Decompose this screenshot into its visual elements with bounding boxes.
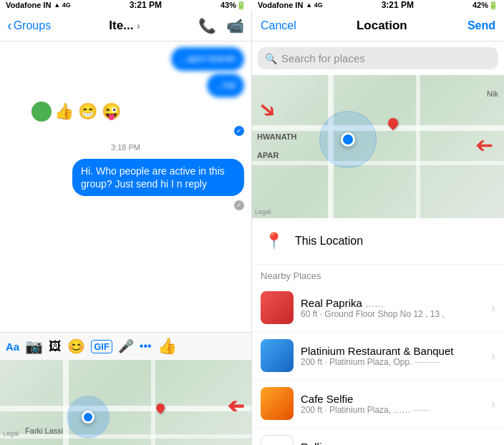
location-list: 📍 This Location Nearby Places Real Papri… <box>252 218 504 445</box>
more-icon[interactable]: ••• <box>140 340 152 353</box>
nearby-places-header: Nearby Places <box>252 265 504 284</box>
messages-area: ...apni istarah ...hai 👍 😁 😜 ✓ 3:18 PM H… <box>0 41 251 332</box>
map-right-background: Nik HWANATH APAR ➔ ➔ <box>252 75 504 218</box>
aa-label: Aa <box>6 341 19 353</box>
legal-text-left: Legal <box>3 430 19 437</box>
message-input-row: Aa 📷 🖼 😊 GIF 🎤 ••• 👍 <box>0 332 251 360</box>
messenger-navbar: ‹ Groups Ite... › 📞 📹 <box>0 10 251 41</box>
sender-avatar <box>32 102 52 122</box>
message-bubble-main: Hi. Who people are active in this group?… <box>72 159 244 196</box>
mic-icon[interactable]: 🎤 <box>118 338 134 354</box>
cafe-selfie-detail: 200 ft · Platinium Plaza, …… —— <box>301 405 484 415</box>
back-label[interactable]: Groups <box>14 19 51 32</box>
gif-icon[interactable]: GIF <box>91 340 112 353</box>
map-background: Farki Lassi ➔ <box>0 360 251 445</box>
read-receipt-2: ✓ <box>234 200 244 210</box>
platinium-name: Platinium Restaurant & Banquet <box>301 345 484 357</box>
selected-location-pin <box>388 118 398 128</box>
video-icon[interactable]: 📹 <box>226 17 244 34</box>
right-status-bar: Vodafone IN ▲ 4G 3:21 PM 42%🔋 <box>252 0 504 10</box>
right-arrow-indicator: ➔ <box>475 132 493 157</box>
cafe-selfie-name: Cafe Selfie <box>301 393 484 405</box>
search-bar[interactable]: 🔍 Search for places <box>258 47 498 69</box>
real-paprika-thumb <box>261 291 294 324</box>
camera-icon[interactable]: 📷 <box>25 338 43 355</box>
left-signal: ▲ 4G <box>54 1 70 9</box>
platinium-info: Platinium Restaurant & Banquet 200 ft · … <box>301 345 484 367</box>
chevron-left-icon: ‹ <box>7 17 12 34</box>
message-bubble-right-2: ...hai <box>207 74 244 97</box>
read-receipt: ✓ <box>234 126 244 136</box>
platinium-detail: 200 ft · Platinium Plaza, Opp. ——— <box>301 357 484 367</box>
location-title: Location <box>296 19 467 33</box>
real-paprika-detail: 60 ft · Ground Floor Shop No 12 , 13 , <box>301 309 484 319</box>
left-status-bar: Vodafone IN ▲ 4G 3:21 PM 43%🔋 <box>0 0 252 10</box>
location-panel: Cancel Location Send 🔍 Search for places… <box>252 10 504 445</box>
this-location-row[interactable]: 📍 This Location <box>252 218 504 265</box>
message-bubble-right: ...apni istarah <box>171 47 244 71</box>
location-pin <box>154 401 166 414</box>
chevron-right-real-paprika: › <box>491 300 495 316</box>
rollies-name: Rollies <box>301 441 484 446</box>
search-placeholder: Search for places <box>281 52 365 64</box>
right-time: 3:21 PM <box>382 0 414 10</box>
left-battery: 43%🔋 <box>220 1 246 10</box>
farki-lassi-label: Farki Lassi <box>25 426 63 435</box>
apar-label: APAR <box>257 151 278 160</box>
left-time: 3:21 PM <box>130 0 162 10</box>
platinium-thumb <box>261 339 294 372</box>
chevron-right-platinium: › <box>491 348 495 363</box>
like-icon[interactable]: 👍 <box>158 337 177 356</box>
right-signal: ▲ 4G <box>306 1 322 9</box>
location-navbar: Cancel Location Send <box>252 10 504 41</box>
phone-icon[interactable]: 📞 <box>198 17 216 34</box>
current-location-dot <box>341 132 355 147</box>
place-row-cafe-selfie[interactable]: Cafe Selfie 200 ft · Platinium Plaza, ……… <box>252 380 504 428</box>
real-paprika-name: Real Paprika …… <box>301 297 484 309</box>
nav-action-icons: 📞 📹 <box>198 17 244 34</box>
nik-label: Nik <box>487 89 498 98</box>
arrow-pointing-pin: ➔ <box>228 394 244 418</box>
rollies-thumb: R <box>261 435 294 445</box>
message-time: 3:18 PM <box>7 143 244 152</box>
this-location-label: This Location <box>295 235 363 248</box>
up-arrow-indicator: ➔ <box>253 94 284 124</box>
photo-icon[interactable]: 🖼 <box>49 339 62 354</box>
emoji-content: 👍 😁 😜 <box>54 102 121 121</box>
send-button[interactable]: Send <box>467 19 495 32</box>
emoji-message: 👍 😁 😜 <box>32 102 121 122</box>
this-location-pin-icon: 📍 <box>261 228 286 254</box>
messenger-panel: ‹ Groups Ite... › 📞 📹 ...apni istarah ..… <box>0 10 252 445</box>
cafe-selfie-thumb <box>261 387 294 420</box>
hwanath-label: HWANATH <box>257 132 296 141</box>
cancel-button[interactable]: Cancel <box>261 19 296 32</box>
right-battery: 42%🔋 <box>472 1 498 10</box>
legal-text-right: Legal <box>255 208 271 215</box>
real-paprika-info: Real Paprika …… 60 ft · Ground Floor Sho… <box>301 297 484 319</box>
location-map[interactable]: Nik HWANATH APAR ➔ ➔ Legal <box>252 75 504 218</box>
place-row-rollies[interactable]: R Rollies 100 ft · 10, Ground Floor, Pav… <box>252 428 504 445</box>
conversation-title: Ite... › <box>51 19 198 33</box>
map-preview[interactable]: Farki Lassi ➔ Legal <box>0 360 251 445</box>
place-row-real-paprika[interactable]: Real Paprika …… 60 ft · Ground Floor Sho… <box>252 284 504 332</box>
emoji-icon[interactable]: 😊 <box>67 338 85 355</box>
back-button[interactable]: ‹ Groups <box>7 17 51 34</box>
rollies-info: Rollies 100 ft · 10, Ground Floor, Pavil… <box>301 441 484 446</box>
search-icon: 🔍 <box>265 53 277 64</box>
left-carrier: Vodafone IN <box>6 1 51 9</box>
right-carrier: Vodafone IN <box>258 1 303 9</box>
cafe-selfie-info: Cafe Selfie 200 ft · Platinium Plaza, ……… <box>301 393 484 415</box>
chevron-right-cafe-selfie: › <box>491 396 495 411</box>
place-row-platinium[interactable]: Platinium Restaurant & Banquet 200 ft · … <box>252 332 504 380</box>
chevron-right-icon: › <box>137 20 140 31</box>
